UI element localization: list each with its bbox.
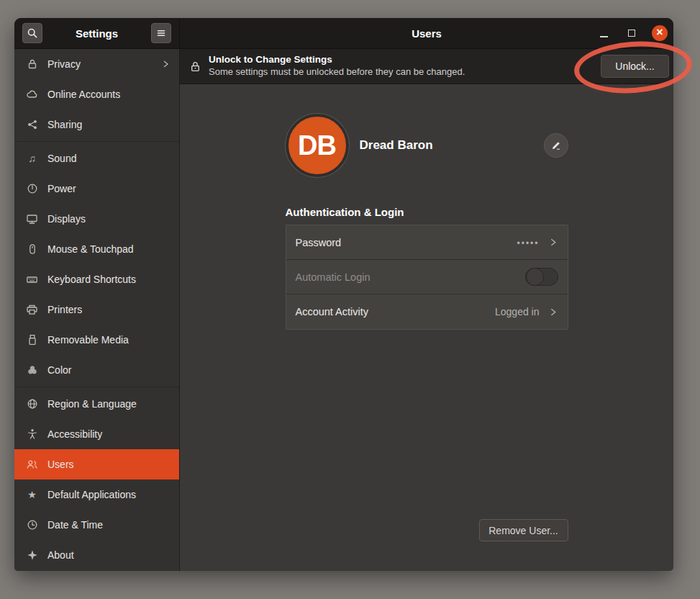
banner-subtitle: Some settings must be unlocked before th… xyxy=(209,66,594,78)
share-icon xyxy=(26,119,38,131)
settings-title: Settings xyxy=(42,27,151,40)
sidebar-item-sharing[interactable]: Sharing xyxy=(14,109,179,140)
sidebar-item-sound[interactable]: ♫ Sound xyxy=(14,143,179,174)
sidebar-item-privacy[interactable]: Privacy xyxy=(14,49,179,79)
search-icon xyxy=(27,27,38,39)
printer-icon xyxy=(26,304,38,316)
password-row[interactable]: Password ••••• xyxy=(286,225,568,260)
sidebar-divider xyxy=(14,387,179,387)
unlock-banner: Unlock to Change Settings Some settings … xyxy=(180,49,673,84)
sidebar-item-users[interactable]: Users xyxy=(14,449,179,479)
sidebar-item-online-accounts[interactable]: Online Accounts xyxy=(14,79,179,109)
sidebar-item-printers[interactable]: Printers xyxy=(14,294,179,325)
user-identity: DB Dread Baron xyxy=(286,84,568,177)
display-icon xyxy=(26,213,38,225)
globe-icon xyxy=(26,398,38,410)
auth-card: Password ••••• Automatic Login Account A… xyxy=(286,225,568,330)
keyboard-icon xyxy=(26,274,38,286)
hamburger-icon xyxy=(155,27,167,39)
chevron-right-icon xyxy=(547,307,558,317)
content-headerbar: Users × xyxy=(180,18,673,49)
search-button[interactable] xyxy=(22,23,42,43)
auth-section-title: Authentication & Login xyxy=(286,206,568,218)
close-button[interactable]: × xyxy=(652,25,668,41)
sidebar-item-default-applications[interactable]: ★ Default Applications xyxy=(14,479,179,510)
sidebar-headerbar: Settings xyxy=(14,18,180,49)
main-panel: Unlock to Change Settings Some settings … xyxy=(180,49,673,571)
sidebar-item-mouse-touchpad[interactable]: Mouse & Touchpad xyxy=(14,234,179,264)
sidebar-item-power[interactable]: Power xyxy=(14,174,179,204)
edit-name-button[interactable] xyxy=(544,133,568,158)
users-icon xyxy=(26,459,38,471)
toggle-knob xyxy=(526,268,544,286)
chevron-right-icon xyxy=(547,237,558,248)
automatic-login-toggle[interactable] xyxy=(525,268,558,286)
star-icon: ★ xyxy=(26,489,38,501)
sidebar: Privacy Online Accounts Sharing ♫ Sound … xyxy=(14,49,180,571)
maximize-icon xyxy=(628,30,635,37)
sparkle-icon xyxy=(26,549,38,562)
account-activity-value: Logged in xyxy=(495,306,540,317)
sidebar-item-region-language[interactable]: Region & Language xyxy=(14,389,179,419)
sidebar-item-displays[interactable]: Displays xyxy=(14,204,179,234)
mouse-icon xyxy=(26,243,38,256)
maximize-button[interactable] xyxy=(624,25,640,41)
color-circles-icon xyxy=(26,364,38,377)
close-icon: × xyxy=(656,27,663,38)
sidebar-item-about[interactable]: About xyxy=(14,540,179,570)
sidebar-item-accessibility[interactable]: Accessibility xyxy=(14,419,179,449)
sidebar-divider xyxy=(14,141,179,142)
automatic-login-row: Automatic Login xyxy=(286,260,568,294)
sidebar-item-keyboard-shortcuts[interactable]: Keyboard Shortcuts xyxy=(14,264,179,294)
banner-title: Unlock to Change Settings xyxy=(209,54,594,66)
password-dots: ••••• xyxy=(517,238,539,248)
menu-button[interactable] xyxy=(151,23,171,43)
banner-text: Unlock to Change Settings Some settings … xyxy=(209,54,594,78)
sidebar-item-color[interactable]: Color xyxy=(14,355,179,385)
sidebar-item-removable-media[interactable]: Removable Media xyxy=(14,325,179,355)
chevron-right-icon xyxy=(160,59,171,69)
power-icon xyxy=(26,183,38,195)
settings-window: Settings Users × Privacy Online Accounts xyxy=(14,18,673,571)
remove-user-button[interactable]: Remove User... xyxy=(479,519,568,541)
unlock-button[interactable]: Unlock... xyxy=(601,55,669,78)
flash-drive-icon xyxy=(26,334,38,346)
clock-icon xyxy=(26,519,38,531)
users-page: DB Dread Baron Authentication & Login Pa… xyxy=(180,84,673,571)
cloud-icon xyxy=(26,89,38,101)
sidebar-item-date-time[interactable]: Date & Time xyxy=(14,510,179,540)
minimize-icon xyxy=(600,36,608,37)
pencil-icon xyxy=(550,140,562,151)
account-activity-row[interactable]: Account Activity Logged in xyxy=(286,294,568,329)
accessibility-icon xyxy=(26,428,38,441)
lock-icon xyxy=(189,60,201,73)
window-controls: × xyxy=(596,25,668,41)
avatar-initials: DB xyxy=(298,130,336,161)
user-name: Dread Baron xyxy=(360,138,433,153)
minimize-button[interactable] xyxy=(596,25,612,41)
music-note-icon: ♫ xyxy=(26,153,38,165)
avatar[interactable]: DB xyxy=(286,114,349,177)
lock-icon xyxy=(26,58,38,71)
